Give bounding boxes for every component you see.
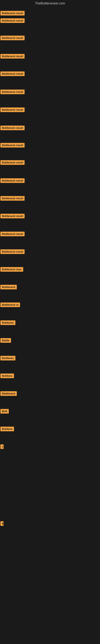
bottleneck-item-5[interactable]: Bottleneck result bbox=[0, 72, 25, 77]
bottleneck-badge: Bottleneck result bbox=[0, 214, 25, 218]
bottleneck-item-14[interactable]: Bottleneck result bbox=[0, 232, 25, 237]
bottleneck-badge: Bottleneck result bbox=[0, 196, 25, 201]
bottleneck-item-12[interactable]: Bottleneck result bbox=[0, 196, 25, 202]
bottleneck-item-4[interactable]: Bottleneck result bbox=[0, 54, 25, 59]
bottleneck-item-3[interactable]: Bottleneck result bbox=[0, 36, 25, 41]
bottleneck-badge: Bottleneck result bbox=[0, 18, 25, 23]
bottleneck-badge: Bottleneck result bbox=[0, 160, 25, 165]
bottleneck-badge: Bottleneck resu bbox=[0, 267, 23, 272]
bottleneck-item-26[interactable]: | bbox=[0, 444, 3, 450]
bottleneck-badge: Bottleneck result bbox=[0, 232, 25, 236]
bottleneck-badge: Bottleneck result bbox=[0, 178, 25, 183]
bottleneck-badge: Bottleneck result bbox=[0, 249, 25, 254]
bottleneck-badge: Bottleneck result bbox=[0, 72, 25, 76]
bottleneck-badge: Bottleneck result bbox=[0, 90, 25, 94]
bottleneck-badge: | bbox=[0, 444, 3, 449]
bottleneck-badge: Bottleneck result bbox=[0, 11, 25, 16]
bottleneck-item-19[interactable]: Bottlenec bbox=[0, 320, 15, 326]
bottleneck-item-1[interactable]: Bottleneck result bbox=[0, 11, 25, 16]
bottleneck-item-8[interactable]: Bottleneck result bbox=[0, 126, 25, 131]
bottleneck-badge: Bottleneck result bbox=[0, 126, 25, 130]
bottleneck-item-25[interactable]: Bottlene bbox=[0, 427, 14, 432]
bottleneck-item-2[interactable]: Bottleneck result bbox=[0, 18, 25, 24]
site-title-text: TheBottlenecker.com bbox=[35, 2, 65, 5]
bottleneck-badge: B bbox=[0, 521, 3, 526]
bottleneck-item-7[interactable]: Bottleneck result bbox=[0, 108, 25, 113]
bottleneck-item-24[interactable]: Bott bbox=[0, 409, 9, 414]
bottleneck-badge: Bottleneck result bbox=[0, 36, 25, 40]
bottleneck-item-16[interactable]: Bottleneck resu bbox=[0, 267, 23, 272]
bottleneck-item-11[interactable]: Bottleneck result bbox=[0, 178, 25, 184]
bottleneck-item-6[interactable]: Bottleneck result bbox=[0, 90, 25, 95]
bottleneck-item-15[interactable]: Bottleneck result bbox=[0, 249, 25, 255]
bottleneck-badge: Bottlenec bbox=[0, 320, 15, 325]
bottleneck-item-9[interactable]: Bottleneck result bbox=[0, 143, 25, 148]
bottleneck-badge: Bottle bbox=[0, 338, 11, 343]
bottleneck-item-22[interactable]: Bottlene bbox=[0, 374, 14, 379]
bottleneck-badge: Bottleneck re bbox=[0, 302, 20, 307]
bottleneck-badge: Bott bbox=[0, 409, 9, 414]
bottleneck-item-21[interactable]: Bottlenec bbox=[0, 356, 15, 361]
bottleneck-item-13[interactable]: Bottleneck result bbox=[0, 214, 25, 219]
bottleneck-badge: Bottleneck result bbox=[0, 108, 25, 112]
bottleneck-badge: Bottlenec bbox=[0, 356, 15, 360]
bottleneck-badge: Bottlene bbox=[0, 374, 14, 378]
bottleneck-item-10[interactable]: Bottleneck result bbox=[0, 160, 25, 166]
bottleneck-badge: Bottleneck result bbox=[0, 54, 25, 58]
bottleneck-item-27[interactable]: B bbox=[0, 521, 3, 527]
bottleneck-badge: Bottlene bbox=[0, 427, 14, 431]
bottleneck-badge: Bottleneck bbox=[0, 391, 17, 396]
bottleneck-badge: Bottleneck result bbox=[0, 143, 25, 148]
bottleneck-badge: Bottleneck bbox=[0, 285, 17, 290]
bottleneck-item-17[interactable]: Bottleneck bbox=[0, 285, 17, 290]
site-header: TheBottlenecker.com bbox=[0, 0, 100, 7]
bottleneck-item-20[interactable]: Bottle bbox=[0, 338, 11, 344]
bottleneck-item-23[interactable]: Bottleneck bbox=[0, 391, 17, 397]
bottleneck-item-18[interactable]: Bottleneck re bbox=[0, 302, 20, 308]
